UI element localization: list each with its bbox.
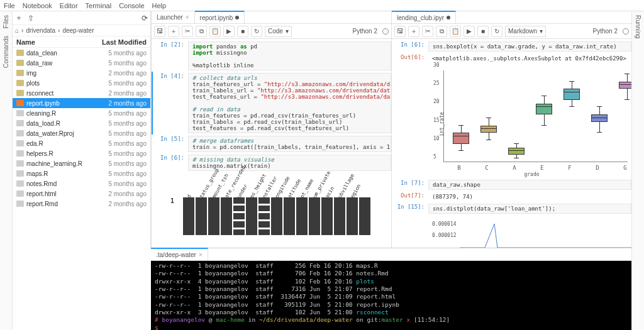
file-icon [16, 201, 24, 207]
terminal-body[interactable]: -rw-r--r-- 1 boyanangelov staff 256 Feb … [151, 261, 631, 330]
file-name: report.html [26, 190, 108, 197]
code-cell[interactable]: In [2]:import pandas as pd import missin… [152, 40, 391, 72]
tabbar: lending_club.ipyr [392, 11, 631, 24]
cut-icon[interactable]: ✂ [182, 26, 193, 37]
file-row[interactable]: machine_learning.R5 months ago [13, 158, 150, 168]
add-cell-icon[interactable]: ＋ [168, 26, 179, 37]
file-modified: 5 months ago [108, 140, 147, 147]
menu-file[interactable]: File [4, 2, 15, 9]
tabbar: Launcher×report.ipynb [152, 11, 391, 24]
notebook-toolbar: 🖫 ＋ ✂ ⧉ 📋 ▶ ■ ↻ Code▾ Python 2 [152, 24, 391, 39]
menu-help[interactable]: Help [152, 2, 167, 9]
file-row[interactable]: report.html2 months ago [13, 189, 150, 199]
menu-notebook[interactable]: Notebook [23, 2, 52, 9]
col-name[interactable]: Name [16, 38, 102, 46]
add-cell-icon[interactable]: ＋ [408, 26, 419, 37]
notebook-pane-lending: lending_club.ipyr 🖫 ＋ ✂ ⧉ 📋 ▶ ■ ↻ Markdo… [391, 11, 631, 248]
file-row[interactable]: cleaning.R5 months ago [13, 108, 150, 118]
rail-tab-commands[interactable]: Commands [3, 36, 9, 68]
file-row[interactable]: notes.Rmd5 months ago [13, 179, 150, 189]
msno-column [183, 197, 194, 235]
stop-icon[interactable]: ■ [237, 26, 248, 37]
file-row[interactable]: data_clean5 months ago [13, 48, 150, 58]
file-row[interactable]: report.Rmd2 months ago [13, 199, 150, 209]
file-row[interactable]: eda.R5 months ago [13, 138, 150, 148]
file-modified: 5 months ago [108, 180, 147, 187]
breadcrumb-part[interactable]: deep-water [62, 27, 94, 34]
breadcrumb-part[interactable]: drivendata [26, 27, 55, 34]
cell-content[interactable]: # collect data urls train_features_url =… [188, 73, 391, 133]
notebook-pane-report: Launcher×report.ipynb 🖫 ＋ ✂ ⧉ 📋 ▶ ■ ↻ Co… [151, 11, 391, 248]
cell-content[interactable]: sns.distplot(data_raw['loan_amnt']); [428, 204, 631, 214]
paste-icon[interactable]: 📋 [209, 26, 221, 37]
notebook-body[interactable]: In [2]:import pandas as pd import missin… [152, 39, 391, 248]
file-modified: 2 months ago [108, 190, 147, 197]
new-icon[interactable]: ＋ [15, 13, 23, 23]
terminal-pane: .ta/deep-water × -rw-r--r-- 1 boyanangel… [151, 248, 631, 330]
code-cell[interactable]: In [6]:# missing data visualise missingn… [152, 153, 391, 172]
terminal-tab[interactable]: .ta/deep-water × [151, 248, 208, 260]
refresh-icon[interactable]: ⟳ [142, 14, 148, 23]
file-name: notes.Rmd [26, 180, 108, 187]
file-row[interactable]: data_load.R5 months ago [13, 118, 150, 128]
file-row[interactable]: maps.R5 months ago [13, 168, 150, 179]
code-cell[interactable]: In [6]:sns.boxplot(x = data_raw.grade, y… [392, 40, 631, 53]
copy-icon[interactable]: ⧉ [196, 26, 207, 37]
close-icon[interactable]: × [186, 14, 189, 21]
file-name: maps.R [26, 170, 108, 177]
file-modified: 2 months ago [108, 70, 147, 77]
file-row[interactable]: helpers.R5 months ago [13, 148, 150, 158]
cell-type-select[interactable]: Markdown▾ [505, 26, 546, 37]
cut-icon[interactable]: ✂ [422, 26, 433, 37]
cell-content[interactable]: import pandas as pd import missingno %ma… [188, 41, 391, 70]
stop-icon[interactable]: ■ [477, 26, 489, 37]
tab[interactable]: Launcher× [152, 11, 195, 23]
col-modified[interactable]: Last Modified [102, 38, 147, 46]
kernel-label[interactable]: Python 2 [593, 28, 620, 35]
file-row[interactable]: data_water.Rproj5 months ago [13, 128, 150, 138]
run-icon[interactable]: ▶ [223, 26, 235, 37]
close-icon[interactable]: × [199, 251, 203, 258]
cell-prompt: In [6]: [392, 41, 428, 52]
notebook-icon [16, 100, 24, 106]
tab[interactable]: report.ipynb [195, 11, 245, 23]
cell-content[interactable]: # missing data visualise missingno.matri… [188, 155, 391, 171]
save-icon[interactable]: 🖫 [154, 26, 165, 37]
upload-icon[interactable]: ⇧ [28, 14, 34, 23]
run-icon[interactable]: ▶ [464, 26, 475, 37]
file-name: rsconnect [26, 90, 108, 97]
file-browser: ＋ ⇧ ⟳ ⌂› drivendata› deep-water Name Las… [13, 11, 151, 248]
paste-icon[interactable]: 📋 [450, 26, 461, 37]
restart-icon[interactable]: ↻ [491, 26, 502, 37]
file-row[interactable]: plots5 months ago [13, 78, 150, 88]
msno-column [347, 197, 358, 235]
copy-icon[interactable]: ⧉ [436, 26, 447, 37]
rail-tab-running[interactable]: Running [635, 15, 641, 38]
file-row[interactable]: data_raw5 months ago [13, 58, 150, 68]
notebook-body[interactable]: In [6]:sns.boxplot(x = data_raw.grade, y… [392, 39, 631, 248]
code-cell[interactable]: In [5]:# merge dataframes train = pd.con… [152, 135, 391, 153]
menu-console[interactable]: Console [119, 2, 144, 9]
cell-content[interactable]: # merge dataframes train = pd.concat([tr… [188, 136, 391, 152]
cell-content[interactable]: sns.boxplot(x = data_raw.grade, y = data… [428, 41, 631, 52]
code-cell[interactable]: In [15]:sns.distplot(data_raw['loan_amnt… [392, 202, 631, 215]
menu-editor[interactable]: Editor [60, 2, 78, 9]
save-icon[interactable]: 🖫 [394, 26, 406, 37]
home-icon[interactable]: ⌂ [15, 27, 19, 34]
tab[interactable]: lending_club.ipyr [392, 11, 456, 23]
code-cell[interactable]: In [7]:data_raw.shape [392, 179, 631, 191]
folder-icon [16, 80, 24, 86]
restart-icon[interactable]: ↻ [251, 26, 262, 37]
code-cell[interactable]: In [4]:# collect data urls train_feature… [152, 72, 391, 135]
cell-prompt: In [6]: [152, 155, 188, 171]
msno-column [334, 197, 345, 235]
rail-tab-files[interactable]: Files [3, 15, 9, 28]
file-row[interactable]: rsconnect2 months ago [13, 88, 150, 98]
cell-type-select[interactable]: Code▾ [265, 26, 292, 37]
file-row[interactable]: img2 months ago [13, 68, 150, 78]
file-row[interactable]: report.ipynb2 months ago [13, 98, 150, 108]
tab-label: lending_club.ipyr [397, 14, 444, 21]
cell-content[interactable]: data_raw.shape [428, 180, 631, 190]
menu-terminal[interactable]: Terminal [86, 2, 112, 9]
kernel-label[interactable]: Python 2 [353, 28, 380, 35]
